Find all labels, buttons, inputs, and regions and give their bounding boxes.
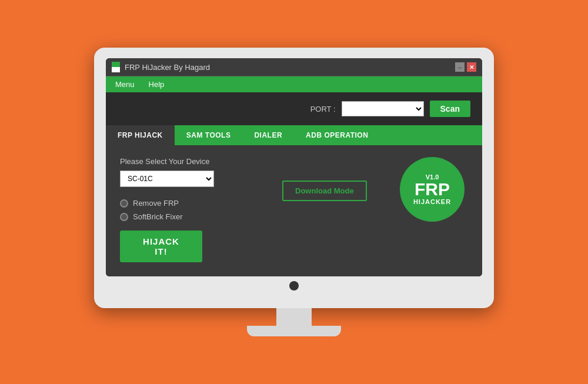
logo-circle: V1.0 FRP HIJACKER [400,157,465,222]
port-row: PORT : Scan [106,92,482,125]
tab-frp-hijack[interactable]: FRP HIJACK [106,125,175,145]
tab-dialer[interactable]: DIALER [242,125,294,145]
menu-bar: Menu Help [106,76,482,92]
download-mode-button[interactable]: Download Mode [282,181,367,201]
flag-icon [112,62,120,72]
option-softbrick-fixer-label: SoftBrick Fixer [133,212,183,221]
device-select[interactable]: SC-01C [120,171,214,187]
radio-softbrick-fixer [120,213,128,221]
hijack-button[interactable]: HIJACK IT! [120,231,202,262]
tab-sam-tools[interactable]: SAM TOOLS [175,125,243,145]
close-button[interactable]: ✕ [467,62,476,72]
port-select[interactable] [342,101,424,116]
title-bar: FRP HiJacker By Hagard – ✕ [106,58,482,76]
menu-item-menu[interactable]: Menu [113,79,137,90]
window-controls: – ✕ [455,62,476,72]
window-title: FRP HiJacker By Hagard [125,63,450,72]
monitor-screen: FRP HiJacker By Hagard – ✕ Menu Help POR… [106,58,482,276]
option-remove-frp-label: Remove FRP [133,199,179,208]
monitor-stand-neck [276,308,312,326]
tab-bar: FRP HIJACK SAM TOOLS DIALER ADB OPERATIO… [106,125,482,145]
camera-dot [289,281,299,290]
port-label: PORT : [310,105,336,113]
radio-remove-frp [120,199,128,208]
monitor-outer: FRP HiJacker By Hagard – ✕ Menu Help POR… [94,48,494,308]
monitor-stand-base [247,326,341,336]
minimize-button[interactable]: – [455,62,465,72]
logo-hijacker: HIJACKER [413,198,451,205]
scan-button[interactable]: Scan [430,101,470,117]
logo-frp: FRP [415,181,450,198]
tab-adb-operation[interactable]: ADB OPERATION [294,125,380,145]
menu-item-help[interactable]: Help [146,79,167,90]
monitor-wrapper: FRP HiJacker By Hagard – ✕ Menu Help POR… [94,48,494,336]
content-area: Please Select Your Device SC-01C Downloa… [106,145,482,276]
